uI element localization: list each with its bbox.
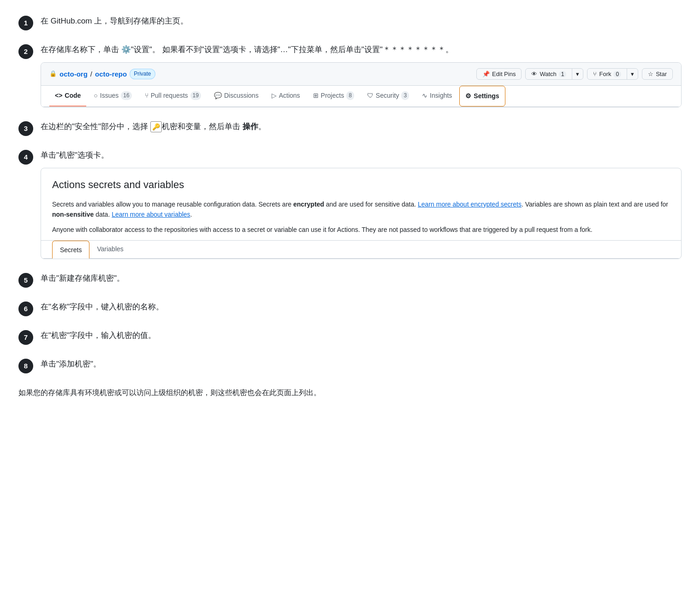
tab-actions[interactable]: ▷ Actions [266,86,306,106]
secrets-header: Actions secrets and variables Secrets an… [41,168,681,241]
asterisks: ＊＊＊＊＊＊＊＊ [383,45,445,54]
step-number-1: 1 [18,16,33,30]
footer-note: 如果您的存储库具有环境机密或可以访问上级组织的机密，则这些机密也会在此页面上列出… [18,386,682,399]
step-5-content: 单击"新建存储库机密"。 [41,272,682,284]
step-2-content: 在存储库名称下，单击 ⚙️"设置"。 如果看不到"设置"选项卡，请选择"…"下拉… [41,43,682,107]
tab-pull-requests[interactable]: ⑂ Pull requests 19 [139,86,207,106]
learn-more-secrets-link[interactable]: Learn more about encrypted secrets [418,201,522,208]
tab-security[interactable]: 🛡 Security 3 [362,86,415,106]
repo-title: 🔒 octo-org / octo-repo Private [49,69,155,80]
step-2: 2 在存储库名称下，单击 ⚙️"设置"。 如果看不到"设置"选项卡，请选择"…"… [18,43,682,107]
fork-button[interactable]: ⑂ Fork 0 [587,69,627,79]
step-6-content: 在"名称"字段中，键入机密的名称。 [41,301,682,313]
step-number-7: 7 [18,330,33,345]
step-3-content: 在边栏的"安全性"部分中，选择 🔑机密和变量，然后单击 操作。 [41,120,682,133]
secrets-title: Actions secrets and variables [52,177,670,193]
projects-icon: ⊞ [313,90,319,101]
discussions-icon: 💬 [214,90,222,101]
step-7-content: 在"机密"字段中，输入机密的值。 [41,329,682,342]
settings-icon: ⚙ [465,91,471,101]
edit-pins-button[interactable]: 📌 Edit Pins [476,68,522,80]
secrets-tab-bar: Secrets Variables [41,241,681,259]
step-8-content: 单击"添加机密"。 [41,358,682,370]
issues-count: 16 [121,91,131,100]
slash: / [90,69,92,80]
secrets-frame: Actions secrets and variables Secrets an… [41,168,682,259]
step-1-content: 在 GitHub.com 上，导航到存储库的主页。 [41,15,682,27]
step-number-2: 2 [18,44,33,59]
fork-dropdown[interactable]: ▾ [627,69,638,79]
tab-projects[interactable]: ⊞ Projects 8 [308,86,360,106]
secrets-tab-variables[interactable]: Variables [89,241,131,258]
step-6: 6 在"名称"字段中，键入机密的名称。 [18,301,682,316]
lock-icon: 🔒 [49,69,57,79]
security-count: 3 [401,91,409,100]
tab-code[interactable]: <> Code [49,86,86,106]
code-icon: <> [55,90,62,101]
step-1: 1 在 GitHub.com 上，导航到存储库的主页。 [18,15,682,30]
fork-button-group: ⑂ Fork 0 ▾ [587,68,638,80]
step-number-4: 4 [18,150,33,165]
step-8: 8 单击"添加机密"。 [18,358,682,373]
watch-button-group: 👁 Watch 1 ▾ [525,68,583,80]
tab-insights[interactable]: ∿ Insights [416,86,457,106]
pin-icon: 📌 [482,71,490,77]
tab-settings[interactable]: ⚙ Settings [459,86,505,106]
pr-count: 19 [190,91,201,100]
repo-actions: 📌 Edit Pins 👁 Watch 1 ▾ ⑂ [476,68,673,80]
repo-link[interactable]: octo-repo [95,69,127,80]
tab-discussions[interactable]: 💬 Discussions [208,86,264,106]
step-3: 3 在边栏的"安全性"部分中，选择 🔑机密和变量，然后单击 操作。 [18,120,682,136]
insights-icon: ∿ [422,90,427,101]
org-link[interactable]: octo-org [59,69,88,80]
step-7: 7 在"机密"字段中，输入机密的值。 [18,329,682,345]
security-icon: 🛡 [367,90,374,101]
eye-icon: 👁 [531,71,537,77]
step-4-content: 单击"机密"选项卡。 Actions secrets and variables… [41,149,682,260]
star-button[interactable]: ☆ Star [642,68,673,80]
repo-header: 🔒 octo-org / octo-repo Private 📌 Edit Pi… [41,63,681,86]
github-repo-frame: 🔒 octo-org / octo-repo Private 📌 Edit Pi… [41,62,682,107]
issues-icon: ○ [94,90,97,101]
star-icon: ☆ [648,71,653,77]
fork-count: 0 [613,71,621,77]
pr-icon: ⑂ [145,90,148,101]
visibility-badge: Private [130,69,155,79]
watch-dropdown[interactable]: ▾ [572,69,583,79]
watch-count: 1 [559,71,567,77]
step-5: 5 单击"新建存储库机密"。 [18,272,682,288]
step-4: 4 单击"机密"选项卡。 Actions secrets and variabl… [18,149,682,260]
learn-more-variables-link[interactable]: Learn more about variables [112,211,190,218]
projects-count: 8 [346,91,354,100]
tab-issues[interactable]: ○ Issues 16 [88,86,137,106]
step-number-5: 5 [18,273,33,288]
key-icon-inline: 🔑 [150,121,162,132]
fork-icon: ⑂ [593,71,597,77]
step-number-6: 6 [18,302,33,316]
step-number-3: 3 [18,121,33,136]
repo-nav: <> Code ○ Issues 16 ⑂ Pull requests 19 💬… [41,86,681,106]
step-number-8: 8 [18,359,33,373]
watch-button[interactable]: 👁 Watch 1 [526,69,572,79]
secrets-info: Secrets and variables allow you to manag… [52,199,670,235]
secrets-tab-secrets[interactable]: Secrets [52,241,89,259]
actions-icon: ▷ [272,90,277,101]
